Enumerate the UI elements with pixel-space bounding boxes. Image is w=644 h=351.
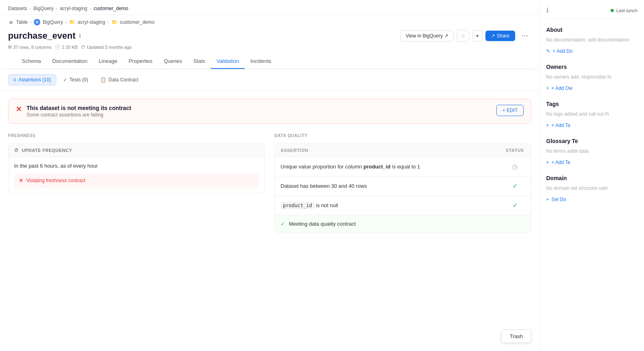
status-cell-3: ✓ [499,196,531,215]
assertion-cell-1: Unique value proportion for column produ… [275,157,499,177]
dq-table: ASSERTION STATUS Unique value proportion… [275,144,531,233]
sidebar-info-button[interactable]: ℹ [546,6,549,14]
breadcrumb-datasets[interactable]: Datasets [8,6,27,11]
bigquery-icon: B [34,19,40,25]
more-options-button[interactable]: ⋯ [518,29,531,42]
edit-button[interactable]: + EDIT [496,105,524,116]
error-x-icon: ✕ [19,178,23,183]
sub-tab-assertions[interactable]: ≡ Assertions (10) [8,74,56,85]
table-row: Unique value proportion for column produ… [275,157,531,177]
add-owner-icon: + [546,85,549,91]
alert-text: This dataset is not meeting its contract… [27,105,131,118]
clock-icon: ⏱ [81,45,85,50]
tab-incidents[interactable]: Incidents [245,54,277,69]
freshness-section: FRESHNESS ⏱ UPDATE FREQUENCY In the past… [8,133,265,233]
sidebar-top: ℹ Last synch [546,6,638,19]
tab-properties[interactable]: Properties [123,54,158,69]
pending-icon: ◷ [512,163,518,170]
table-row-meeting: ✓ Meeting data quality contract [275,215,531,233]
nav-tabs: Schema Documentation Lineage Properties … [8,54,531,69]
assertions-icon: ≡ [13,77,16,83]
contract-icon: 📋 [100,77,106,83]
glossary-title: Glossary Te [546,138,638,144]
dataset-label[interactable]: customer_demo [120,19,155,25]
freshness-desc: In the past 6 hours, as of every hour [14,163,259,169]
alert-x-icon: ✕ [16,105,22,114]
alert-subtitle: Some contract assertions are failing [27,112,131,118]
trash-button-container: Trash [501,330,531,343]
check-icon-2: ✓ [512,202,518,209]
bigquery-label[interactable]: BigQuery [43,19,63,25]
table-row: product_id is not null ✓ [275,196,531,215]
add-doc-button[interactable]: ✎ + Add Do [546,47,573,56]
owners-empty: No owners add, responsible fo [546,73,638,81]
freshness-card-header: ⏱ UPDATE FREQUENCY [8,144,264,157]
sidebar-domain: Domain No domain set structure usin + Se… [546,175,638,204]
set-domain-icon: + [546,197,549,202]
size-meta: 📄 2.33 KB [55,44,78,50]
sidebar-about: About No documentation, add documentatio… [546,27,638,56]
info-icon[interactable]: ℹ [79,33,81,39]
add-tag-button[interactable]: + + Add Ta [546,121,570,130]
add-tag-icon: + [546,123,549,128]
file-icon: 📄 [55,44,60,50]
right-sidebar: ℹ Last synch About No documentation, add… [539,0,644,351]
breadcrumb-sep-3: › [90,6,91,11]
add-doc-icon: ✎ [546,48,550,54]
breadcrumb-current: customer_demo [93,6,128,11]
freshness-error: ✕ Violating freshness contract [14,174,259,187]
domain-title: Domain [546,175,638,181]
set-domain-button[interactable]: + Set Do [546,195,566,204]
meeting-cell: ✓ Meeting data quality contract [275,215,531,233]
freshness-label: FRESHNESS [8,133,265,138]
page-meta: ⊞ 37 rows, 8 columns 📄 2.33 KB ⏱ Updated… [8,44,531,50]
clock-small-icon: ⏱ [14,148,19,153]
tests-icon: ✓ [63,77,67,83]
add-owner-button[interactable]: + + Add Ow [546,84,572,93]
data-quality-section: DATA QUALITY ASSERTION STATUS [275,133,531,233]
add-term-button[interactable]: + + Add Te [546,158,570,167]
tab-validation[interactable]: Validation [211,54,245,69]
dq-col-assertion: ASSERTION [275,144,499,157]
tab-stats[interactable]: Stats [188,54,211,69]
alert-title: This dataset is not meeting its contract [27,105,131,111]
tab-queries[interactable]: Queries [158,54,188,69]
assertion-cell-2: Dataset has between 30 and 40 rows [275,177,499,196]
dropdown-button[interactable]: ▾ [473,30,482,42]
assertion-cell-3: product_id is not null [275,196,499,215]
add-term-icon: + [546,160,549,165]
code-product-id: product_id [281,202,314,209]
tab-lineage[interactable]: Lineage [93,54,123,69]
tags-title: Tags [546,101,638,107]
sync-dot [611,9,614,12]
about-title: About [546,27,638,33]
view-in-bigquery-button[interactable]: View in BigQuery ↗ [400,30,454,42]
page-title-row: purchase_event ℹ [8,31,81,41]
domain-empty: No domain set structure usin [546,185,638,192]
table-row: Dataset has between 30 and 40 rows ✓ [275,177,531,196]
sub-tab-data-contract[interactable]: 📋 Data Contract [95,74,144,85]
star-button[interactable]: ☆ [457,30,469,42]
breadcrumb: Datasets › BigQuery › acryl-staging › cu… [0,0,539,15]
share-button[interactable]: ↗ Share [485,31,515,41]
main-content: ✕ This dataset is not meeting its contra… [0,91,539,241]
breadcrumb-sep-2: › [56,6,58,11]
dq-label: DATA QUALITY [275,133,531,138]
tab-documentation[interactable]: Documentation [47,54,93,69]
staging-label[interactable]: acryl-staging [78,19,105,25]
alert-banner: ✕ This dataset is not meeting its contra… [8,99,531,124]
folder-icon-dataset: 📁 [111,19,118,25]
tab-schema[interactable]: Schema [16,54,47,69]
breadcrumb-bigquery[interactable]: BigQuery [33,6,54,11]
trash-button[interactable]: Trash [501,330,531,343]
page-header: ⊞ Table › B BigQuery › 📁 acryl-staging ›… [0,15,539,69]
status-cell-1: ◷ [499,157,531,177]
breadcrumb-staging[interactable]: acryl-staging [60,6,87,11]
freshness-card: ⏱ UPDATE FREQUENCY In the past 6 hours, … [8,143,265,193]
share-icon: ↗ [491,33,495,39]
owners-title: Owners [546,64,638,70]
sub-tab-tests[interactable]: ✓ Tests (0) [58,74,93,85]
folder-icon-staging: 📁 [69,19,75,25]
last-sync: Last synch [611,8,638,13]
bold-product-id-1: product_id [363,164,390,170]
